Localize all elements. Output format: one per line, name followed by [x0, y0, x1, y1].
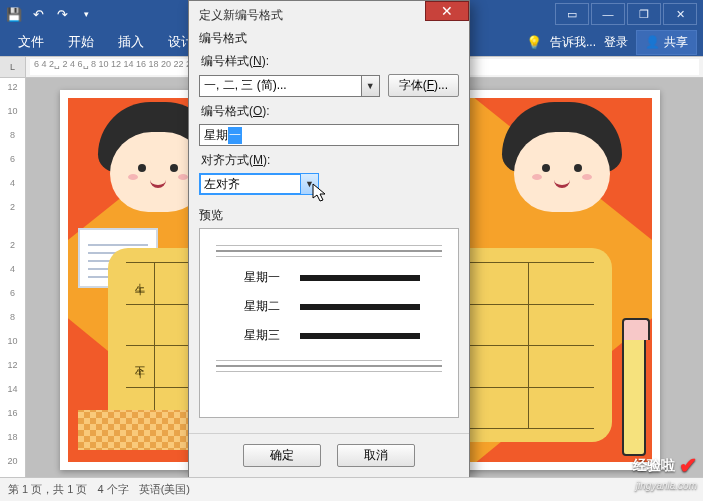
preview-item: 星期三 — [244, 327, 442, 344]
tab-home[interactable]: 开始 — [56, 29, 106, 55]
watermark: 经验啦 ✔ jingyanla.com — [633, 453, 697, 479]
preview-item-label: 星期二 — [244, 298, 290, 315]
preview-item-label: 星期一 — [244, 269, 290, 286]
number-style-combobox[interactable]: 一, 二, 三 (简)... ▼ — [199, 75, 380, 97]
ribbon-options-button[interactable]: ▭ — [555, 3, 589, 25]
status-page[interactable]: 第 1 页，共 1 页 — [8, 482, 87, 497]
font-button[interactable]: 字体(F)... — [388, 74, 459, 97]
restore-button[interactable]: ❐ — [627, 3, 661, 25]
dialog-title: 定义新编号格式 — [199, 7, 459, 24]
vruler-tick: 12 — [7, 360, 17, 370]
vruler-tick: 6 — [10, 154, 15, 164]
vruler-tick: 6 — [10, 288, 15, 298]
alignment-combobox[interactable]: 左对齐 ▼ — [199, 173, 319, 195]
group-preview: 预览 — [199, 207, 459, 224]
label-number-style: 编号样式(N): — [201, 53, 459, 70]
tab-file[interactable]: 文件 — [6, 29, 56, 55]
sign-in-link[interactable]: 登录 — [604, 34, 628, 51]
vruler-tick: 18 — [7, 432, 17, 442]
lightbulb-icon: 💡 — [526, 35, 542, 50]
tell-me-search[interactable]: 告诉我... — [550, 34, 596, 51]
close-window-button[interactable]: ✕ — [663, 3, 697, 25]
preview-item: 星期二 — [244, 298, 442, 315]
vruler-tick: 4 — [10, 264, 15, 274]
vruler-tick: 8 — [10, 312, 15, 322]
number-format-textbox[interactable]: 星期一 — [199, 124, 459, 146]
redo-icon[interactable]: ↷ — [54, 6, 70, 22]
vruler-tick: 16 — [7, 408, 17, 418]
vruler-tick: 10 — [7, 336, 17, 346]
cartoon-face-right — [502, 102, 622, 222]
qat-customize-icon[interactable]: ▾ — [78, 6, 94, 22]
group-number-format: 编号格式 — [199, 30, 459, 47]
alignment-value: 左对齐 — [204, 176, 240, 193]
preview-item: 星期一 — [244, 269, 442, 286]
vruler-tick: 8 — [10, 130, 15, 140]
vruler-tick: 20 — [7, 456, 17, 466]
dialog-close-button[interactable]: ✕ — [425, 1, 469, 21]
cancel-button[interactable]: 取消 — [337, 444, 415, 467]
board-label-pm: 下午 — [132, 358, 146, 362]
status-language[interactable]: 英语(美国) — [139, 482, 190, 497]
vruler-tick: 14 — [7, 384, 17, 394]
share-icon: 👤 — [645, 35, 660, 49]
status-word-count[interactable]: 4 个字 — [97, 482, 128, 497]
checkmark-icon: ✔ — [679, 453, 697, 479]
board-label-am: 上午 — [132, 275, 146, 279]
dialog-buttons: 确定 取消 — [189, 433, 469, 479]
numfmt-selected: 一 — [228, 127, 242, 144]
share-button[interactable]: 👤共享 — [636, 30, 697, 55]
vruler-tick: 2 — [10, 202, 15, 212]
preview-box: 星期一 星期二 星期三 — [199, 228, 459, 418]
window-controls: ▭ — ❐ ✕ — [555, 3, 697, 25]
pencil-icon — [622, 336, 646, 456]
minimize-button[interactable]: — — [591, 3, 625, 25]
define-number-format-dialog: ✕ 定义新编号格式 编号格式 编号样式(N): 一, 二, 三 (简)... ▼… — [188, 0, 470, 480]
vruler-tick: 12 — [7, 82, 17, 92]
undo-icon[interactable]: ↶ — [30, 6, 46, 22]
ok-button[interactable]: 确定 — [243, 444, 321, 467]
chevron-down-icon[interactable]: ▼ — [300, 174, 318, 194]
label-number-format: 编号格式(O): — [201, 103, 459, 120]
vruler-tick: 10 — [7, 106, 17, 116]
vruler-tick: 2 — [10, 240, 15, 250]
save-icon[interactable]: 💾 — [6, 6, 22, 22]
quick-access-toolbar: 💾 ↶ ↷ ▾ — [6, 6, 94, 22]
ruler-corner[interactable]: L — [0, 57, 26, 77]
preview-item-label: 星期三 — [244, 327, 290, 344]
status-bar: 第 1 页，共 1 页 4 个字 英语(美国) — [0, 477, 703, 501]
chevron-down-icon[interactable]: ▼ — [361, 76, 379, 96]
watermark-url: jingyanla.com — [636, 480, 697, 491]
share-label: 共享 — [664, 35, 688, 49]
tab-insert[interactable]: 插入 — [106, 29, 156, 55]
vertical-ruler[interactable]: 12 10 8 6 4 2 2 4 6 8 10 12 14 16 18 20 … — [0, 78, 26, 477]
number-style-value: 一, 二, 三 (简)... — [204, 77, 287, 94]
label-alignment: 对齐方式(M): — [201, 152, 459, 169]
vruler-tick: 4 — [10, 178, 15, 188]
watermark-brand: 经验啦 — [633, 457, 675, 475]
numfmt-prefix: 星期 — [204, 127, 228, 144]
